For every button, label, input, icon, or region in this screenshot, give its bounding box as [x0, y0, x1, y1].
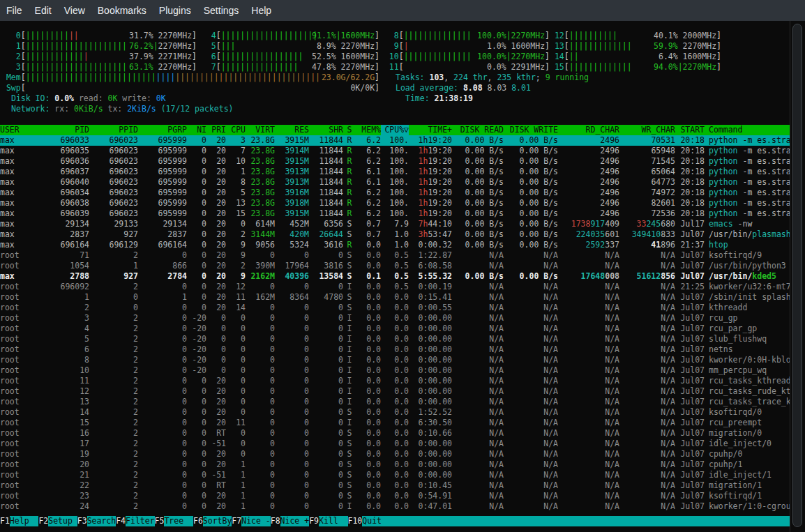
menu-item-edit[interactable]: Edit	[29, 0, 58, 21]
column-header-pgrp[interactable]: PGRP	[138, 125, 187, 135]
cell-rdchar: 2496	[558, 167, 619, 177]
process-row-21[interactable]: root21200-511000S0.00.00:00.00N/AN/AN/AN…	[0, 470, 790, 480]
fnlabel-help[interactable]: Help	[10, 516, 39, 526]
scrollbar-thumb[interactable]	[792, 24, 802, 527]
process-row-2788[interactable]: max2788927278402092162M4039613584S0.10.5…	[0, 271, 790, 282]
column-header-rdchar[interactable]: RD_CHAR	[558, 125, 619, 135]
process-row-29134[interactable]: max2913429133291340200614M452M6356S0.77.…	[0, 219, 790, 229]
process-row-16[interactable]: root16200RT0000S0.00.00:10.66N/AN/AN/AN/…	[0, 428, 790, 439]
process-row-6[interactable]: root620-2000000I0.00.00:00.00N/AN/AN/AN/…	[0, 344, 790, 355]
column-header-cpu[interactable]: CPU	[226, 125, 246, 135]
process-row-12[interactable]: root12200200000I0.00.00:00.00N/AN/AN/AN/…	[0, 386, 790, 397]
fnlabel-setup[interactable]: Setup	[48, 516, 77, 526]
column-header-s[interactable]: S	[343, 125, 356, 135]
column-header-diskread[interactable]: DISK READ	[452, 125, 504, 135]
column-header-virt[interactable]: VIRT	[246, 125, 275, 135]
process-row-696040[interactable]: max696040696023695999020823.8G3913M11844…	[0, 177, 790, 188]
process-row-696037[interactable]: max696037696023695999020123.8G3913M11844…	[0, 167, 790, 177]
column-header-ni[interactable]: NI	[187, 125, 206, 135]
process-row-14[interactable]: root14200200000S0.00.01:52.52N/AN/AN/AN/…	[0, 407, 790, 418]
cell-start: Jul07	[675, 313, 705, 324]
process-row-5[interactable]: root520-2000000I0.00.00:00.00N/AN/AN/AN/…	[0, 334, 790, 344]
menu-item-bookmarks[interactable]: Bookmarks	[91, 0, 153, 21]
scrollbar-track[interactable]	[790, 21, 805, 532]
process-row-1[interactable]: root10102011162M83644780S0.00.00:15.41N/…	[0, 292, 790, 303]
column-header-cpu%[interactable]: CPU%▽	[381, 125, 409, 135]
cell-rdchar: N/A	[558, 491, 619, 501]
process-row-17[interactable]: root17200-510000S0.00.00:00.00N/AN/AN/AN…	[0, 439, 790, 449]
fnkey-f2[interactable]: F2	[38, 516, 48, 526]
column-header-command[interactable]: Command	[705, 125, 790, 135]
cell-pri: 20	[206, 376, 226, 386]
process-row-19[interactable]: root19200200000S0.00.00:00.00N/AN/AN/AN/…	[0, 449, 790, 459]
cell-s: R	[343, 208, 356, 219]
process-row-10[interactable]: root1020-2000000I0.00.00:00.00N/AN/AN/AN…	[0, 365, 790, 376]
process-row-20[interactable]: root20200201000S0.00.00:00.00N/AN/AN/AN/…	[0, 459, 790, 470]
cell-s: R	[343, 198, 356, 208]
column-header-ppid[interactable]: PPID	[89, 125, 138, 135]
process-row-71[interactable]: root71200209000S0.00.51:22.87N/AN/AN/AN/…	[0, 250, 790, 261]
cell-ppid: 2	[89, 344, 138, 355]
column-header-mem%[interactable]: MEM%	[356, 125, 381, 135]
column-header-time+[interactable]: TIME+	[409, 125, 452, 135]
fnkey-f3[interactable]: F3	[77, 516, 87, 526]
process-row-15[interactable]: root152002011000I0.00.06:30.50N/AN/AN/AN…	[0, 418, 790, 428]
menu-item-help[interactable]: Help	[245, 0, 278, 21]
cell-ppid: 2	[89, 355, 138, 365]
cpu-meter-value: 100.0%|2270MHz	[477, 52, 545, 62]
cell-cpu: 9	[226, 240, 246, 250]
column-header-wrchar[interactable]: WR_CHAR	[619, 125, 675, 135]
process-row-13[interactable]: root13200200000I0.00.00:00.00N/AN/AN/AN/…	[0, 397, 790, 407]
fnlabel-quit[interactable]: Quit	[362, 516, 790, 526]
column-header-pid[interactable]: PID	[49, 125, 89, 135]
process-row-4[interactable]: root420-2000000I0.00.00:00.00N/AN/AN/AN/…	[0, 324, 790, 334]
process-row-696034[interactable]: max696034696023695999020523.8G3916M11844…	[0, 188, 790, 198]
fnlabel-filter[interactable]: Filter	[126, 516, 155, 526]
cell-segment: 1h	[419, 156, 428, 166]
column-header-diskwrite[interactable]: DISK WRITE	[504, 125, 558, 135]
fnlabel-search[interactable]: Search	[87, 516, 116, 526]
process-row-696039[interactable]: max6960396960236959990201523.8G3915M1184…	[0, 208, 790, 219]
process-row-696036[interactable]: max6960366960236959990201023.8G3915M1184…	[0, 156, 790, 167]
column-header-pri[interactable]: PRI	[206, 125, 226, 135]
process-row-696038[interactable]: max6960386960236959990201323.8G3918M1184…	[0, 198, 790, 208]
column-header-start[interactable]: START	[675, 125, 705, 135]
fnkey-f7[interactable]: F7	[232, 516, 241, 526]
process-row-22[interactable]: root22200RT1000S0.00.00:10.45N/AN/AN/AN/…	[0, 480, 790, 491]
fnkey-f5[interactable]: F5	[155, 516, 165, 526]
cell-time+: 0:00.00	[409, 376, 452, 386]
process-row-696035[interactable]: max696035696023695999020723.8G3914M11844…	[0, 146, 790, 156]
process-row-24[interactable]: root24200201000I0.00.00:47.01N/AN/AN/AN/…	[0, 501, 790, 512]
fnlabel-tree[interactable]: Tree	[164, 516, 193, 526]
column-header-res[interactable]: RES	[275, 125, 309, 135]
cell-pid: 6	[49, 344, 89, 355]
process-row-1054[interactable]: root105418660202390M179643816S0.00.56:08…	[0, 261, 790, 271]
fnkey-f1[interactable]: F1	[0, 516, 10, 526]
process-row-11[interactable]: root11200200000I0.00.00:00.00N/AN/AN/AN/…	[0, 376, 790, 386]
menu-item-plugins[interactable]: Plugins	[153, 0, 197, 21]
menu-item-file[interactable]: File	[0, 0, 29, 21]
menu-item-settings[interactable]: Settings	[197, 0, 246, 21]
fnkey-f9[interactable]: F9	[309, 516, 319, 526]
process-row-696092[interactable]: root6960922002012000I0.00.50:00.19N/AN/A…	[0, 282, 790, 292]
fnkey-f6[interactable]: F6	[193, 516, 203, 526]
process-row-696033[interactable]: max696033696023695999020323.8G3915M11844…	[0, 135, 790, 146]
fnkey-f10[interactable]: F10	[348, 516, 363, 526]
process-row-3[interactable]: root320-2000000I0.00.00:00.00N/AN/AN/AN/…	[0, 313, 790, 324]
process-row-23[interactable]: root23200201000S0.00.00:54.91N/AN/AN/AN/…	[0, 491, 790, 501]
process-row-2[interactable]: root20002014000S0.00.00:00.55N/AN/AN/AN/…	[0, 303, 790, 313]
cell-user: root	[0, 365, 49, 376]
fnkey-f4[interactable]: F4	[116, 516, 126, 526]
column-header-shr[interactable]: SHR	[309, 125, 343, 135]
fnlabel-nice[interactable]: Nice -	[241, 516, 271, 526]
fnlabel-sortby[interactable]: SortBy	[203, 516, 232, 526]
process-row-8[interactable]: root820-2000000I0.00.00:00.00N/AN/AN/AN/…	[0, 355, 790, 365]
fnlabel-nice[interactable]: Nice +	[280, 516, 310, 526]
cpu-meter-4: 4[||||||||||||||||||||91.1%|1600MHz]	[197, 31, 379, 41]
column-header-user[interactable]: USER	[0, 125, 49, 135]
fnlabel-kill[interactable]: Kill	[319, 516, 348, 526]
process-row-2837[interactable]: max2837927283702023144M420M26644S0.71.03…	[0, 229, 790, 240]
fnkey-f8[interactable]: F8	[271, 516, 280, 526]
menu-item-view[interactable]: View	[58, 0, 91, 21]
process-row-696164[interactable]: max6961646961296961640209905653243616R0.…	[0, 240, 790, 250]
